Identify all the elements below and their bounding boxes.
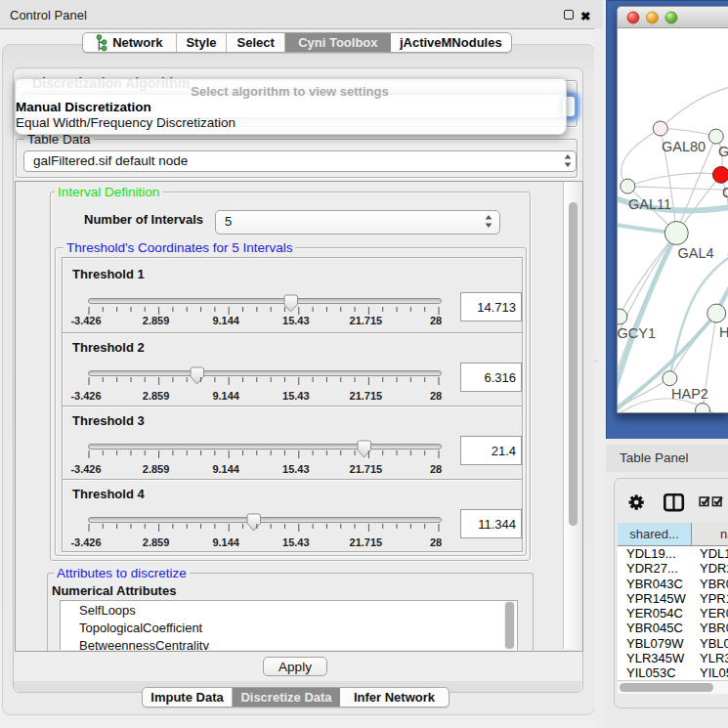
svg-text:GAL80: GAL80 xyxy=(662,139,706,154)
svg-text:GA: GA xyxy=(718,144,728,159)
svg-text:H: H xyxy=(719,324,728,340)
svg-text:GAL11: GAL11 xyxy=(628,196,671,212)
svg-text:HAP2: HAP2 xyxy=(671,386,708,402)
svg-text:GAL4: GAL4 xyxy=(678,245,714,261)
svg-text:GCY1: GCY1 xyxy=(618,325,656,341)
svg-text:C: C xyxy=(722,185,728,200)
